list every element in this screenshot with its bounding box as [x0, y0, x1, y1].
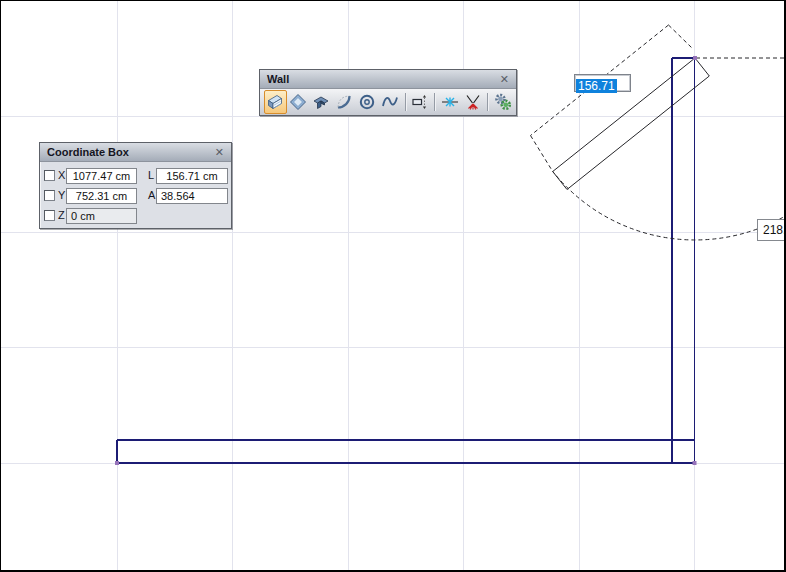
toolbar-separator	[487, 93, 488, 111]
snap-intersection-icon	[440, 92, 460, 112]
x-value-field[interactable]: 1077.47 cm	[66, 168, 137, 184]
straight-wall-tool-button[interactable]	[264, 90, 287, 114]
wall-toolbar: Wall ✕	[259, 69, 517, 116]
coordinate-box-close-icon[interactable]: ✕	[214, 147, 225, 158]
wall-toolbar-tools	[260, 89, 516, 115]
slanted-wall-tool-button[interactable]	[287, 90, 310, 114]
straight-wall-icon	[265, 92, 285, 112]
guide-dashes	[531, 25, 786, 240]
angle-label: A	[148, 189, 155, 201]
angle-value-field[interactable]: 38.564	[156, 188, 228, 204]
wall-reference-offset-icon	[410, 92, 430, 112]
drawing-canvas[interactable]: 156.71 218.56 Wall ✕	[0, 0, 786, 572]
coordinate-box-titlebar[interactable]: Coordinate Box ✕	[40, 143, 231, 162]
curved-wall-tool-button[interactable]	[333, 90, 356, 114]
coordinate-row-z: Z 0 cm	[44, 208, 227, 224]
circular-wall-icon	[357, 92, 377, 112]
split-element-icon	[463, 92, 483, 112]
y-value-field[interactable]: 752.31 cm	[66, 188, 137, 204]
coordinate-row-x: X 1077.47 cm L 156.71 cm	[44, 168, 227, 184]
settings-gears-icon	[493, 92, 513, 112]
settings-gears-tool-button[interactable]	[491, 90, 514, 114]
spline-wall-tool-button[interactable]	[379, 90, 402, 114]
length-input[interactable]: 156.71	[574, 74, 631, 92]
wall-toolbar-title: Wall	[267, 73, 499, 85]
circular-wall-tool-button[interactable]	[356, 90, 379, 114]
angle-readout-value: 218.56	[763, 223, 786, 237]
z-lock-checkbox[interactable]	[44, 210, 55, 221]
curved-wall-icon	[334, 92, 354, 112]
split-element-tool-button[interactable]	[461, 90, 484, 114]
angle-readout: 218.56	[757, 219, 786, 241]
length-value-field[interactable]: 156.71 cm	[156, 168, 228, 184]
length-input-value: 156.71	[576, 79, 617, 93]
corner-wall-icon	[311, 92, 331, 112]
wall-toolbar-titlebar[interactable]: Wall ✕	[260, 70, 516, 89]
toolbar-separator	[434, 93, 435, 111]
coordinate-row-y: Y 752.31 cm A 38.564	[44, 188, 227, 204]
toolbar-separator	[405, 93, 406, 111]
length-label: L	[148, 169, 154, 181]
x-lock-checkbox[interactable]	[44, 170, 55, 181]
y-axis-label: Y	[58, 189, 65, 201]
coordinate-box-title: Coordinate Box	[47, 146, 214, 158]
coordinate-box-body: X 1077.47 cm L 156.71 cm Y 752.31 cm A 3…	[40, 162, 231, 224]
wall-reference-offset-tool-button[interactable]	[408, 90, 431, 114]
z-axis-label: Z	[58, 209, 65, 221]
coordinate-box: Coordinate Box ✕ X 1077.47 cm L 156.71 c…	[39, 142, 232, 229]
y-lock-checkbox[interactable]	[44, 190, 55, 201]
corner-wall-tool-button[interactable]	[310, 90, 333, 114]
x-axis-label: X	[58, 169, 65, 181]
wall-outlines[interactable]	[117, 58, 695, 463]
z-value-field[interactable]: 0 cm	[66, 208, 137, 224]
spline-wall-icon	[380, 92, 400, 112]
slanted-wall-icon	[288, 92, 308, 112]
snap-intersection-tool-button[interactable]	[438, 90, 461, 114]
anchor-points[interactable]	[115, 56, 697, 465]
wall-toolbar-close-icon[interactable]: ✕	[499, 74, 510, 85]
